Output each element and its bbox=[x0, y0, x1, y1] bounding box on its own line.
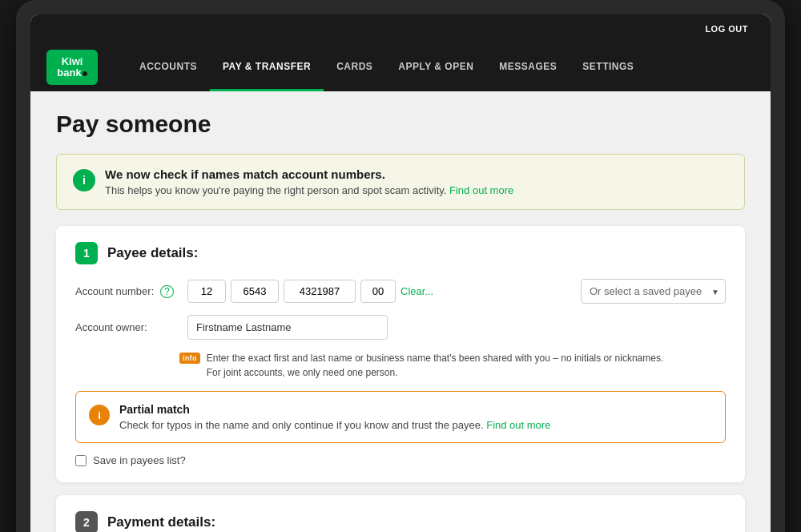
save-payee-checkbox[interactable] bbox=[75, 455, 87, 466]
logo-text: Kiwi bank bbox=[57, 56, 87, 79]
section1-title: Payee details: bbox=[107, 245, 198, 261]
select-payee-select-wrapper: Or select a saved payee bbox=[581, 279, 726, 304]
account-owner-label: Account owner: bbox=[75, 321, 179, 333]
kiwibank-logo[interactable]: Kiwi bank bbox=[46, 50, 98, 85]
account-number-label: Account number: ? bbox=[75, 285, 179, 297]
partial-match-text: Partial match Check for typos in the nam… bbox=[119, 403, 550, 431]
partial-match-link[interactable]: Find out more bbox=[486, 419, 550, 431]
save-payee-row: Save in payees list? bbox=[75, 454, 726, 466]
info-notice-text: Enter the exact first and last name or b… bbox=[207, 351, 664, 380]
nav-item-accounts[interactable]: ACCOUNTS bbox=[127, 43, 210, 91]
info-banner-heading: We now check if names match account numb… bbox=[105, 167, 513, 181]
account-part3-input[interactable] bbox=[284, 280, 356, 303]
account-owner-row: Account owner: bbox=[75, 315, 726, 340]
nav-item-settings[interactable]: SETTINGS bbox=[570, 43, 646, 91]
tablet-frame: LOG OUT Kiwi bank ACCOUNTS PAY & TRANSFE… bbox=[16, 0, 785, 532]
save-payee-label[interactable]: Save in payees list? bbox=[93, 454, 186, 466]
logout-button[interactable]: LOG OUT bbox=[698, 21, 755, 37]
account-part2-input[interactable] bbox=[231, 280, 279, 303]
account-part1-input[interactable] bbox=[187, 280, 226, 303]
main-content: Pay someone i We now check if names matc… bbox=[30, 91, 771, 532]
logo-area: Kiwi bank bbox=[46, 43, 111, 91]
nav-item-messages[interactable]: MESSAGES bbox=[486, 43, 570, 91]
info-banner: i We now check if names match account nu… bbox=[56, 154, 745, 210]
step2-badge: 2 bbox=[75, 511, 98, 532]
clear-link[interactable]: Clear... bbox=[400, 285, 433, 297]
nav-item-apply-open[interactable]: APPLY & OPEN bbox=[385, 43, 486, 91]
account-help-link[interactable]: ? bbox=[160, 285, 174, 298]
partial-match-body: Check for typos in the name and only con… bbox=[119, 419, 550, 431]
info-banner-text: We now check if names match account numb… bbox=[105, 167, 513, 196]
section1-header: 1 Payee details: bbox=[75, 242, 726, 264]
nav-item-cards[interactable]: CARDS bbox=[324, 43, 385, 91]
partial-match-heading: Partial match bbox=[119, 403, 550, 416]
tablet-screen: LOG OUT Kiwi bank ACCOUNTS PAY & TRANSFE… bbox=[30, 14, 771, 532]
account-part4-input[interactable] bbox=[360, 280, 396, 303]
main-nav: ACCOUNTS PAY & TRANSFER CARDS APPLY & OP… bbox=[127, 43, 646, 91]
select-payee-wrapper: Or select a saved payee bbox=[581, 279, 726, 304]
info-banner-body: This helps you know you're paying the ri… bbox=[105, 184, 513, 196]
info-icon: i bbox=[73, 169, 95, 191]
account-number-row: Account number: ? Clear... Or select bbox=[75, 279, 726, 304]
payment-details-section: 2 Payment details: Pay from account: Ple… bbox=[56, 495, 745, 532]
account-inputs: Clear... bbox=[187, 280, 573, 303]
account-owner-input[interactable] bbox=[187, 315, 388, 340]
info-banner-link[interactable]: Find out more bbox=[449, 184, 513, 196]
section2-title: Payment details: bbox=[107, 514, 215, 530]
nav-item-pay-transfer[interactable]: PAY & TRANSFER bbox=[210, 43, 324, 91]
top-bar: LOG OUT bbox=[30, 14, 771, 43]
section2-header: 2 Payment details: bbox=[75, 511, 726, 532]
partial-match-icon: i bbox=[89, 405, 110, 425]
header: Kiwi bank ACCOUNTS PAY & TRANSFER CARDS … bbox=[30, 43, 771, 91]
page-title: Pay someone bbox=[56, 111, 745, 138]
step1-badge: 1 bbox=[75, 242, 98, 264]
info-badge: info bbox=[179, 353, 200, 364]
select-saved-payee[interactable]: Or select a saved payee bbox=[581, 279, 726, 304]
payee-details-section: 1 Payee details: Account number: ? Clear… bbox=[56, 226, 745, 482]
info-notice: info Enter the exact first and last name… bbox=[75, 351, 726, 380]
partial-match-box: i Partial match Check for typos in the n… bbox=[75, 391, 726, 443]
